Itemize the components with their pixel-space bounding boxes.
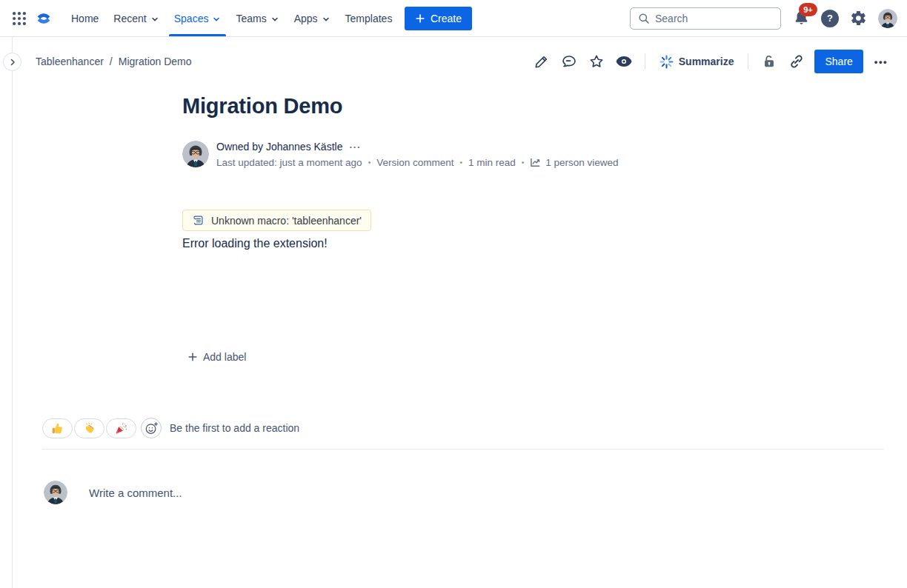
chevron-down-icon: [150, 15, 159, 24]
nav-label: Recent: [113, 13, 146, 24]
commenter-avatar: [44, 481, 67, 504]
edit-button[interactable]: [532, 52, 551, 71]
trend-chart-icon: [530, 157, 541, 168]
create-button[interactable]: Create: [405, 7, 472, 30]
breadcrumb-separator: /: [110, 56, 113, 67]
nav-item-apps[interactable]: Apps: [294, 0, 330, 36]
reaction-prompt-text: Be the first to add a reaction: [170, 422, 299, 434]
share-button-label: Share: [825, 56, 852, 67]
app-grid-icon: [11, 10, 27, 27]
nav-label: Templates: [345, 13, 393, 24]
owner-more-button[interactable]: ···: [349, 141, 361, 153]
search-icon: [638, 13, 650, 24]
plus-icon: [415, 13, 425, 24]
add-label-text: Add label: [203, 351, 246, 363]
topnav-right-cluster: 9+ ?: [630, 0, 897, 36]
ai-sparkle-icon: [660, 55, 674, 69]
breadcrumb: Tableenhancer / Migration Demo: [36, 56, 192, 67]
ellipsis-icon: •••: [874, 56, 888, 67]
comment-input-area[interactable]: Write a comment...: [44, 481, 182, 504]
add-reaction-button[interactable]: [141, 418, 162, 438]
reaction-clap-button[interactable]: [74, 418, 104, 438]
summarize-button[interactable]: Summarize: [657, 53, 737, 70]
settings-button[interactable]: [850, 10, 867, 27]
page-title: Migration Demo: [182, 94, 342, 118]
gear-icon: [850, 10, 867, 27]
dot-separator: •: [459, 158, 462, 167]
nav-item-teams[interactable]: Teams: [236, 0, 279, 36]
analytics-viewers[interactable]: 1 person viewed: [530, 157, 618, 168]
avatar-image: [878, 9, 897, 28]
summarize-label: Summarize: [679, 56, 734, 67]
add-label-button[interactable]: Add label: [185, 350, 249, 364]
nav-item-spaces[interactable]: Spaces: [174, 0, 222, 36]
breadcrumb-space-link[interactable]: Tableenhancer: [36, 56, 104, 67]
star-icon: [588, 53, 605, 70]
confluence-logo-icon: [34, 10, 53, 27]
eye-icon: [615, 53, 633, 70]
notification-badge: 9+: [799, 3, 817, 16]
watch-button[interactable]: [614, 52, 634, 71]
help-button[interactable]: ?: [821, 10, 839, 27]
user-avatar[interactable]: [878, 9, 897, 28]
share-button[interactable]: Share: [814, 50, 863, 73]
last-updated-text: Last updated: just a moment ago: [216, 157, 362, 168]
copy-link-button[interactable]: [787, 52, 806, 71]
favourite-button[interactable]: [587, 52, 606, 71]
people-viewed-text: 1 person viewed: [545, 157, 618, 168]
app-switcher-button[interactable]: [10, 10, 28, 27]
chevron-down-icon: [212, 15, 221, 24]
expand-sidebar-button[interactable]: [3, 53, 21, 71]
extension-error-text: Error loading the extension!: [182, 237, 328, 250]
toolbar-divider: [645, 53, 645, 70]
nav-label: Spaces: [174, 13, 209, 24]
avatar-image: [182, 141, 209, 167]
search-input[interactable]: [631, 8, 780, 29]
page-toolbar: Summarize Share: [532, 50, 891, 73]
read-time-text: 1 min read: [468, 157, 516, 168]
plus-icon: [187, 352, 198, 362]
dot-separator: •: [368, 158, 371, 167]
confluence-page: Home Recent Spaces Teams: [0, 0, 907, 588]
create-button-label: Create: [431, 13, 462, 24]
nav-item-home[interactable]: Home: [71, 0, 99, 36]
unknown-macro-placeholder: Unknown macro: 'tableenhancer': [182, 210, 371, 231]
notifications-button[interactable]: 9+: [792, 10, 810, 27]
ellipsis-icon: ···: [349, 141, 361, 153]
version-comment-text: Version comment: [376, 157, 454, 168]
comment-placeholder-text: Write a comment...: [89, 487, 182, 499]
toolbar-divider: [748, 53, 748, 70]
nav-item-recent[interactable]: Recent: [113, 0, 159, 36]
comment-button[interactable]: [559, 52, 579, 71]
chevron-right-icon: [8, 58, 17, 67]
comments-divider: [42, 449, 884, 450]
reactions-bar: Be the first to add a reaction: [42, 418, 299, 438]
confluence-logo[interactable]: [33, 10, 54, 27]
link-icon: [788, 53, 805, 70]
scroll-macro-icon: [192, 214, 205, 227]
nav-label: Apps: [294, 13, 318, 24]
search-box: [630, 7, 781, 30]
top-navigation-bar: Home Recent Spaces Teams: [0, 0, 907, 37]
restrictions-button[interactable]: [760, 52, 779, 71]
nav-label: Teams: [236, 13, 266, 24]
thumbs-up-icon: [51, 422, 64, 435]
pencil-icon: [534, 53, 550, 70]
owner-avatar: [182, 141, 209, 167]
question-mark-icon: ?: [827, 13, 833, 24]
dot-separator: •: [522, 158, 525, 167]
reaction-party-popper-button[interactable]: [106, 418, 136, 438]
breadcrumb-page-link[interactable]: Migration Demo: [119, 56, 192, 67]
more-actions-button[interactable]: •••: [871, 56, 891, 67]
chevron-down-icon: [322, 15, 330, 24]
clap-icon: [83, 422, 96, 435]
smiley-plus-icon: [144, 421, 159, 435]
reaction-thumbs-up-button[interactable]: [42, 418, 73, 438]
chevron-down-icon: [270, 15, 279, 24]
nav-item-templates[interactable]: Templates: [345, 0, 393, 36]
unlock-icon: [761, 53, 777, 70]
primary-nav: Home Recent Spaces Teams: [71, 0, 392, 36]
party-popper-icon: [115, 422, 127, 435]
byline: Owned by Johannes Kästle ··· Last update…: [216, 139, 619, 170]
comment-bubble-icon: [561, 53, 577, 70]
